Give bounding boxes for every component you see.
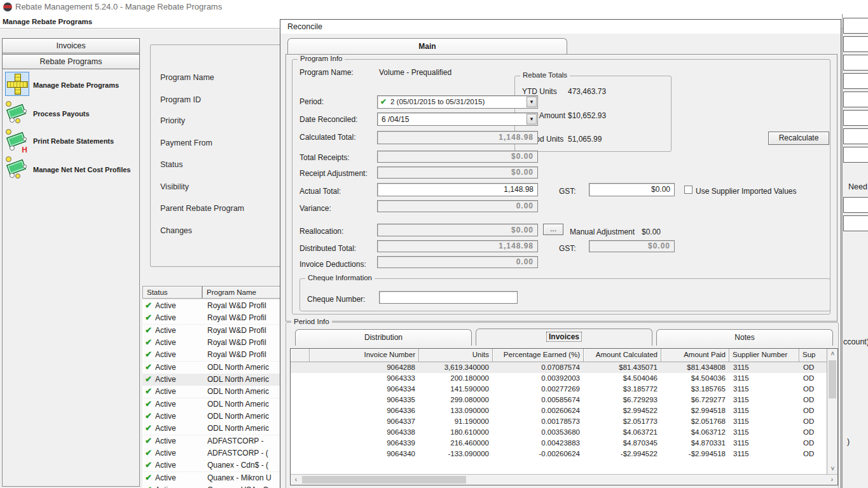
invoice-row[interactable]: 9064338180.6100000.00353680$4.063721$4.0… (291, 427, 827, 438)
invoice-number-cell: 9064335 (310, 395, 419, 405)
money-icon[interactable] (5, 100, 29, 125)
sidebar-section-invoices[interactable]: Invoices (2, 38, 140, 53)
manual-adjustment-label: Manual Adjustment (570, 227, 635, 236)
recalculate-button[interactable]: Recalculate (768, 132, 829, 145)
actual-total-input[interactable]: 1,148.98 (377, 183, 538, 196)
invoice-row[interactable]: 906433791.1900000.00178573$2.051773$2.05… (291, 416, 827, 427)
column-header-amount-paid[interactable]: Amount Paid (661, 349, 729, 362)
program-name-cell: Quanex - USA - C (207, 485, 268, 488)
reallocation-field: $0.00 (377, 224, 538, 236)
date-reconciled-dropdown[interactable]: 6 /04/15 ▼ (377, 112, 538, 126)
reallocation-label: Reallocation: (300, 227, 343, 236)
column-header-percentage-earned[interactable]: Percentage Earned (%) (493, 349, 584, 362)
program-name-cell: ODL North Americ (207, 363, 269, 372)
invoice-row[interactable]: 9064336133.0900000.00260624$2.994522$2.9… (291, 405, 827, 416)
scroll-right-icon[interactable]: › (827, 475, 837, 485)
period-label: Period: (300, 97, 324, 106)
coin-dot (6, 101, 11, 107)
manual-adjustment-ellipsis-button[interactable]: ... (543, 224, 563, 235)
chevron-down-icon[interactable]: ▼ (527, 97, 537, 107)
invoices-table-header: Invoice Number Units Percentage Earned (… (291, 349, 827, 362)
amount-calculated-cell: $4.504046 (584, 373, 661, 384)
sidebar-item-process-payouts[interactable]: Process Payouts (33, 110, 90, 118)
sidebar-item-print-rebate-statements[interactable]: Print Rebate Statements (33, 137, 114, 145)
invoice-row[interactable]: 9064339216.4600000.00423883$4.870345$4.8… (291, 438, 827, 449)
scroll-left-icon[interactable]: ‹ (291, 475, 301, 485)
amount-calculated-cell: $4.063721 (584, 427, 661, 438)
cheque-number-input[interactable] (379, 291, 518, 304)
column-header-supplier[interactable]: Sup (799, 349, 827, 362)
amount-calculated-cell: $3.185772 (584, 384, 661, 395)
supplier-number-cell: 3115 (729, 373, 799, 384)
distributed-total-field: 1,148.98 (377, 240, 538, 252)
units-cell: 141.590000 (419, 384, 493, 395)
form-label: Payment From (160, 139, 212, 147)
supplier-cell: OD (799, 395, 827, 405)
tab-invoices[interactable]: Invoices (476, 329, 652, 346)
manual-adjustment-value: $0.00 (642, 227, 661, 236)
status-cell: Active (155, 449, 176, 458)
amount-paid-cell: -$2.994518 (661, 449, 729, 459)
clipped-field (843, 197, 868, 213)
tab-notes[interactable]: Notes (656, 329, 833, 346)
vertical-scrollbar[interactable]: ˄ ˅ (827, 349, 837, 474)
tab-main[interactable]: Main (287, 38, 567, 55)
scroll-up-icon[interactable]: ˄ (827, 349, 838, 359)
date-reconciled-label: Date Reconciled: (300, 115, 357, 124)
active-check-icon: ✔ (145, 374, 152, 384)
invoice-row[interactable]: 9064333200.1800000.00392003$4.504046$4.5… (291, 373, 827, 384)
app-icon (3, 3, 12, 11)
scrollbar-thumb[interactable] (829, 360, 836, 398)
money-icon[interactable] (5, 156, 29, 180)
active-check-icon: ✔ (145, 313, 152, 322)
chevron-down-icon[interactable]: ▼ (527, 114, 537, 125)
invoice-row-selected[interactable]: 90642883,619.3400000.07087574$81.435071$… (291, 362, 827, 373)
program-name-label: Program Name: (300, 68, 354, 77)
tab-distribution[interactable]: Distribution (295, 329, 472, 346)
amount-paid-cell: $4.504036 (661, 373, 729, 384)
active-check-icon: ✔ (145, 448, 152, 458)
period-dropdown[interactable]: ✔ 2 (05/01/2015 to 05/31/2015) ▼ (377, 95, 538, 109)
supplier-number-cell: 3115 (729, 395, 799, 405)
coin-dot (23, 109, 27, 113)
clipped-field (843, 18, 868, 34)
sidebar-item-manage-rebate-programs[interactable]: Manage Rebate Programs (33, 81, 119, 89)
sidebar-section-rebate-programs[interactable]: Rebate Programs (2, 54, 140, 69)
horizontal-scrollbar[interactable]: ‹ › (291, 474, 837, 485)
tab-invoices-label: Invoices (546, 332, 582, 342)
scrollbar-thumb[interactable] (302, 476, 466, 484)
status-cell: Active (155, 301, 176, 310)
column-header-status[interactable]: Status (142, 286, 202, 299)
invoice-row[interactable]: 9064334141.5900000.00277269$3.185772$3.1… (291, 384, 827, 395)
amount-calculated-cell: $2.994522 (584, 405, 661, 416)
invoice-row[interactable]: 9064335299.0800000.00585674$6.729293$6.7… (291, 395, 827, 405)
dialog-titlebar[interactable]: Reconcile (280, 20, 841, 34)
column-header-units[interactable]: Units (419, 349, 493, 362)
units-cell: 133.090000 (419, 405, 493, 416)
distributed-total-label: Distributed Total: (300, 244, 356, 253)
coin-dot (15, 118, 20, 123)
supplier-number-cell: 3115 (729, 362, 799, 373)
gst-input[interactable]: $0.00 (589, 183, 675, 196)
percentage-cell: 0.00277269 (493, 384, 584, 395)
scroll-down-icon[interactable]: ˅ (827, 464, 838, 474)
actual-total-label: Actual Total: (300, 187, 341, 196)
sidebar-item-manage-net-net-cost-profiles[interactable]: Manage Net Net Cost Profiles (33, 166, 130, 173)
column-header-invoice-number[interactable]: Invoice Number (310, 349, 419, 362)
form-label: Program Name (160, 73, 214, 82)
money-h-icon[interactable]: H (5, 128, 29, 152)
clipped-text: ) (847, 437, 850, 446)
invoice-row[interactable]: 9064340-133.090000-0.00260624-$2.994522-… (291, 449, 827, 459)
percentage-cell: 0.00585674 (493, 395, 584, 405)
use-supplier-imported-values-checkbox[interactable] (684, 186, 692, 194)
group-label: Period Info (291, 318, 332, 325)
units-cell: -133.090000 (419, 449, 493, 459)
program-name-cell: Quanex - Cdn$ - ( (207, 461, 268, 470)
supplier-number-cell: 3115 (729, 384, 799, 395)
column-header-supplier-number[interactable]: Supplier Number (729, 349, 799, 362)
column-header-amount-calculated[interactable]: Amount Calculated (584, 349, 661, 362)
ruler-icon[interactable] (5, 72, 29, 96)
period-dropdown-value: 2 (05/01/2015 to 05/31/2015) (390, 98, 485, 105)
variance-label: Variance: (300, 204, 331, 213)
column-header-selector[interactable] (291, 349, 310, 362)
